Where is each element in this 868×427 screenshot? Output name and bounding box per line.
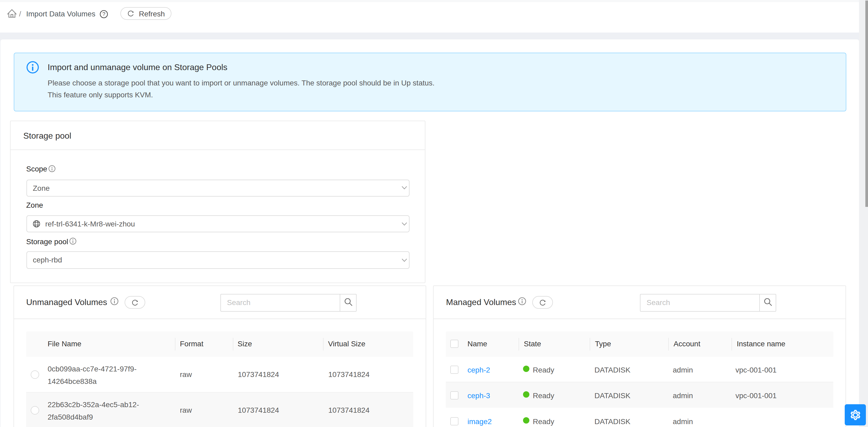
svg-text:?: ? [102, 11, 105, 17]
